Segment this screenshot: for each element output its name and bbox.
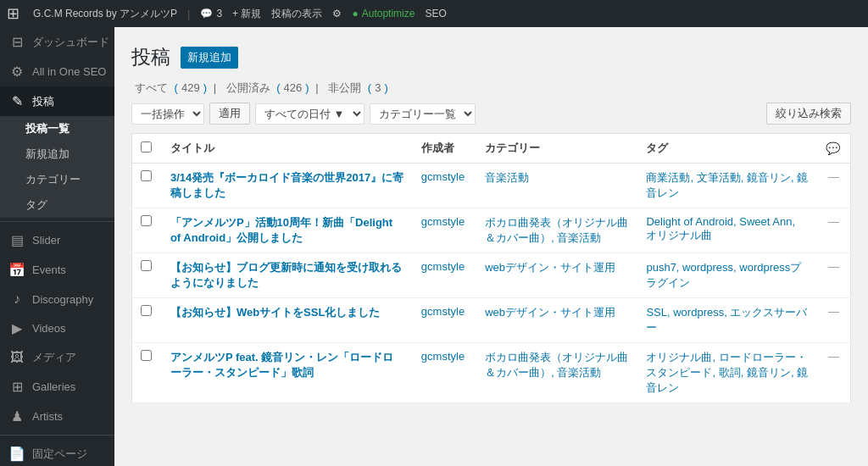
post-title-link-0[interactable]: 3/14発売『ボーカロイド音楽の世界2017』に寄稿しました (170, 171, 403, 199)
comment-cell-2: — (817, 253, 851, 298)
category-link-3[interactable]: webデザイン・サイト運用 (485, 306, 615, 319)
post-title-link-3[interactable]: 【お知らせ】WebサイトをSSL化しました (170, 306, 381, 319)
sidebar: ⊟ ダッシュボード ⚙ All in One SEO ✎ 投稿 投稿一覧 新規追… (0, 27, 114, 466)
author-link-2[interactable]: gcmstyle (421, 260, 465, 273)
col-tags: タグ (637, 134, 816, 164)
sidebar-item-videos[interactable]: ▶ Videos (0, 313, 114, 343)
table-row: 「アンメルツP」活動10周年！新曲「Delight of Android」公開し… (132, 208, 851, 253)
events-icon: 📅 (8, 262, 25, 278)
comment-icon: 💬 (200, 8, 213, 19)
dashboard-icon: ⊟ (8, 34, 25, 50)
filter-all-link[interactable]: すべて (429) (131, 81, 207, 94)
col-author: 作成者 (413, 134, 476, 164)
apply-button[interactable]: 適用 (209, 103, 250, 125)
sidebar-item-pages[interactable]: 📄 固定ページ (0, 439, 114, 466)
new-post-button[interactable]: + 新規 (232, 7, 261, 21)
table-row: アンメルツP feat. 鏡音リン・レン「ロードローラー・スタンピード」歌詞 g… (132, 343, 851, 403)
filter-published-link[interactable]: 公開済み (426) (223, 81, 309, 94)
comment-cell-1: — (817, 208, 851, 253)
sidebar-sub-tag[interactable]: タグ (0, 192, 114, 218)
comment-cell-0: — (817, 164, 851, 208)
tags-cell-4: オリジナル曲, ロードローラー・スタンピード, 歌詞, 鏡音リン, 鏡音レン (646, 351, 808, 394)
sidebar-sub-new-post[interactable]: 新規追加 (0, 141, 114, 167)
sidebar-item-discography[interactable]: ♪ Discography (0, 285, 114, 313)
sidebar-item-media[interactable]: 🖼 メディア (0, 343, 114, 372)
media-icon: 🖼 (8, 350, 25, 365)
row-checkbox-0[interactable] (141, 170, 152, 181)
search-button[interactable]: 絞り込み検索 (766, 103, 851, 125)
category-link-1[interactable]: ボカロ曲発表（オリジナル曲＆カバー曲）, 音楽活動 (485, 216, 628, 244)
table-row: 3/14発売『ボーカロイド音楽の世界2017』に寄稿しました gcmstyle … (132, 164, 851, 208)
filter-row: 一括操作 適用 すべての日付 ▼ カテゴリー一覧 絞り込み検索 (131, 103, 851, 125)
tags-cell-1: Delight of Android, Sweet Ann, オリジナル曲 (646, 215, 795, 241)
page-title: 投稿 (131, 44, 170, 70)
select-all-checkbox[interactable] (141, 141, 152, 153)
wp-icon: ⊞ (7, 4, 19, 23)
comment-cell-3: — (817, 298, 851, 343)
bulk-action-select[interactable]: 一括操作 (131, 103, 204, 125)
table-row: 【お知らせ】ブログ更新時に通知を受け取れるようになりました gcmstyle w… (132, 253, 851, 298)
add-new-button[interactable]: 新規追加 (181, 47, 238, 69)
comment-cell-4: — (817, 343, 851, 403)
comment-count[interactable]: 💬 3 (200, 8, 222, 19)
row-checkbox-1[interactable] (141, 215, 152, 226)
filter-private-link[interactable]: 非公開 (3) (325, 81, 388, 94)
post-title-link-4[interactable]: アンメルツP feat. 鏡音リン・レン「ロードローラー・スタンピード」歌詞 (170, 351, 393, 379)
col-title: タイトル (162, 134, 413, 164)
post-view-link[interactable]: 投稿の表示 (271, 7, 322, 21)
sidebar-item-posts[interactable]: ✎ 投稿 (0, 86, 114, 116)
autoptimize-status[interactable]: Autoptimize (352, 8, 415, 19)
videos-icon: ▶ (8, 320, 25, 336)
sidebar-posts-submenu: 投稿一覧 新規追加 カテゴリー タグ (0, 116, 114, 218)
main-content: 投稿 新規追加 すべて (429) | 公開済み (426) | 非公開 (3)… (114, 27, 868, 466)
page-header: 投稿 新規追加 (131, 44, 851, 70)
aioseo-icon: ⚙ (8, 64, 25, 80)
sidebar-item-slider[interactable]: ▤ Slider (0, 225, 114, 255)
sidebar-sub-category[interactable]: カテゴリー (0, 167, 114, 192)
row-checkbox-2[interactable] (141, 260, 152, 271)
sidebar-item-galleries[interactable]: ⊞ Galleries (0, 372, 114, 402)
col-category: カテゴリー (476, 134, 637, 164)
date-filter-select[interactable]: すべての日付 ▼ (255, 103, 364, 125)
author-link-4[interactable]: gcmstyle (421, 350, 465, 363)
posts-icon: ✎ (8, 93, 25, 109)
galleries-icon: ⊞ (8, 379, 25, 395)
row-checkbox-4[interactable] (141, 350, 152, 361)
row-checkbox-3[interactable] (141, 305, 152, 316)
post-title-link-2[interactable]: 【お知らせ】ブログ更新時に通知を受け取れるようになりました (170, 261, 402, 289)
sidebar-item-all-in-one-seo[interactable]: ⚙ All in One SEO (0, 57, 114, 86)
seo-link[interactable]: SEO (425, 8, 446, 19)
table-row: 【お知らせ】WebサイトをSSL化しました gcmstyle webデザイン・サ… (132, 298, 851, 343)
artists-icon: ♟ (8, 408, 25, 424)
sidebar-item-events[interactable]: 📅 Events (0, 255, 114, 285)
tags-cell-3: SSL, wordpress, エックスサーバー (646, 306, 807, 334)
tags-cell-2: push7, wordpress, wordpressプラグイン (646, 261, 801, 289)
author-link-3[interactable]: gcmstyle (421, 305, 465, 318)
posts-table: タイトル 作成者 カテゴリー タグ 💬 3/14発売『ボーカロイド音楽の世界20… (131, 133, 851, 403)
col-comments: 💬 (817, 134, 851, 164)
author-link-1[interactable]: gcmstyle (421, 215, 465, 228)
author-link-0[interactable]: gcmstyle (421, 170, 465, 183)
sidebar-item-artists[interactable]: ♟ Artists (0, 402, 114, 431)
post-title-link-1[interactable]: 「アンメルツP」活動10周年！新曲「Delight of Android」公開し… (170, 216, 392, 244)
category-filter-select[interactable]: カテゴリー一覧 (370, 103, 476, 125)
category-link-0[interactable]: 音楽活動 (485, 171, 529, 184)
discography-icon: ♪ (8, 291, 25, 307)
filter-links: すべて (429) | 公開済み (426) | 非公開 (3) (131, 80, 851, 96)
category-link-2[interactable]: webデザイン・サイト運用 (485, 261, 615, 274)
pages-icon: 📄 (8, 446, 25, 462)
site-name[interactable]: G.C.M Records by アンメルツP (33, 7, 177, 21)
sidebar-item-dashboard[interactable]: ⊟ ダッシュボード (0, 27, 114, 57)
cache-icon: ⚙ (332, 8, 342, 19)
slider-icon: ▤ (8, 232, 25, 248)
admin-bar: ⊞ G.C.M Records by アンメルツP | 💬 3 + 新規 投稿の… (0, 0, 868, 27)
category-link-4[interactable]: ボカロ曲発表（オリジナル曲＆カバー曲）, 音楽活動 (485, 351, 628, 379)
tags-cell-0: 商業活動, 文筆活動, 鏡音リン, 鏡音レン (646, 171, 808, 199)
sidebar-sub-posts-list[interactable]: 投稿一覧 (0, 116, 114, 141)
